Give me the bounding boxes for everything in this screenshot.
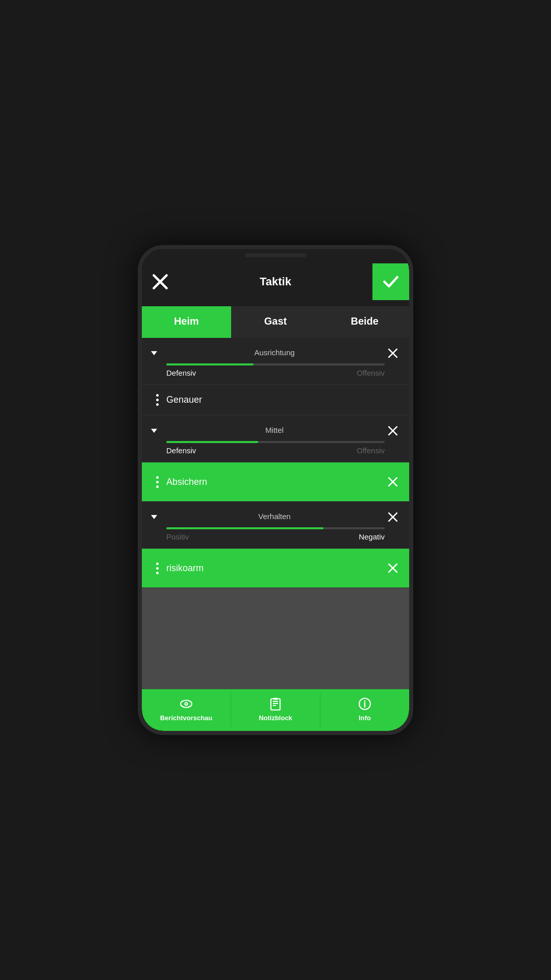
slider-labels-ausrichtung: Defensiv Offensiv	[166, 369, 385, 377]
svg-rect-22	[273, 698, 278, 700]
nav-notizblock[interactable]: Notizblock	[231, 690, 320, 731]
tab-gast[interactable]: Gast	[231, 306, 320, 338]
eye-icon	[179, 697, 193, 711]
slider-fill-mittel	[166, 441, 258, 443]
slider-fill-verhalten	[166, 527, 323, 529]
slider-toggle-verhalten[interactable]	[142, 513, 166, 521]
svg-point-25	[364, 700, 366, 702]
slider-track-verhalten[interactable]	[166, 527, 385, 529]
svg-point-17	[186, 703, 187, 705]
content-area: Ausrichtung Defensiv Of	[142, 338, 409, 689]
svg-rect-18	[271, 699, 280, 710]
header: Taktik	[142, 257, 409, 306]
close-button[interactable]	[142, 263, 179, 300]
slider-track-mittel[interactable]	[166, 441, 385, 443]
slider-close-ausrichtung[interactable]	[383, 343, 403, 363]
dot	[156, 562, 159, 565]
slider-title-verhalten: Verhalten	[166, 512, 383, 521]
dot	[156, 481, 159, 483]
slider-fill-ausrichtung	[166, 363, 254, 365]
nav-info[interactable]: Info	[320, 690, 409, 731]
dot	[156, 572, 159, 574]
item-risikoarm: risikoarm	[142, 549, 409, 588]
svg-marker-2	[151, 351, 157, 355]
slider-close-verhalten[interactable]	[383, 507, 403, 527]
slider-labels-verhalten: Positiv Negativ	[166, 532, 385, 541]
slider-label-right-mittel: Offensiv	[357, 446, 385, 455]
info-circle-icon	[358, 697, 372, 711]
confirm-button[interactable]	[372, 263, 409, 300]
nav-label-notizblock: Notizblock	[259, 714, 292, 722]
slider-verhalten: Verhalten Positiv Negat	[142, 502, 409, 549]
item-close-absichern[interactable]	[383, 472, 403, 492]
slider-ausrichtung: Ausrichtung Defensiv Of	[142, 338, 409, 385]
item-label-risikoarm: risikoarm	[166, 563, 383, 574]
slider-label-left-verhalten: Positiv	[166, 532, 189, 541]
dot	[156, 476, 159, 479]
slider-title-mittel: Mittel	[166, 426, 383, 434]
tab-beide[interactable]: Beide	[320, 306, 409, 338]
slider-label-left-ausrichtung: Defensiv	[166, 369, 196, 377]
notepad-icon	[268, 697, 283, 711]
drag-handle-genauer[interactable]	[148, 394, 166, 406]
page-title: Taktik	[179, 275, 372, 288]
slider-toggle-mittel[interactable]	[142, 427, 166, 435]
tab-bar: Heim Gast Beide	[142, 306, 409, 338]
slider-label-right-verhalten: Negativ	[359, 532, 385, 541]
slider-toggle-ausrichtung[interactable]	[142, 349, 166, 357]
slider-label-left-mittel: Defensiv	[166, 446, 196, 455]
dot	[156, 399, 159, 401]
nav-label-berichtvorschau: Berichtvorschau	[160, 714, 213, 722]
drag-handle-risikoarm[interactable]	[148, 562, 166, 574]
bottom-nav: Berichtvorschau Notizblock	[142, 689, 409, 731]
svg-marker-10	[151, 515, 157, 519]
dot	[156, 394, 159, 397]
drag-handle-absichern[interactable]	[148, 476, 166, 488]
dot	[156, 403, 159, 406]
item-close-risikoarm[interactable]	[383, 558, 403, 578]
slider-mittel: Mittel Defensiv Offensi	[142, 415, 409, 462]
nav-label-info: Info	[359, 714, 371, 722]
item-genauer: Genauer	[142, 385, 409, 415]
empty-content-area	[142, 588, 409, 689]
slider-title-ausrichtung: Ausrichtung	[166, 348, 383, 357]
slider-track-ausrichtung[interactable]	[166, 363, 385, 365]
tab-heim[interactable]: Heim	[142, 306, 231, 338]
dot	[156, 485, 159, 488]
item-label-absichern: Absichern	[166, 477, 383, 487]
nav-berichtvorschau[interactable]: Berichtvorschau	[142, 690, 231, 731]
svg-marker-5	[151, 429, 157, 433]
item-label-genauer: Genauer	[166, 395, 403, 405]
item-absichern: Absichern	[142, 462, 409, 502]
slider-close-mittel[interactable]	[383, 421, 403, 441]
slider-label-right-ausrichtung: Offensiv	[357, 369, 385, 377]
dot	[156, 567, 159, 570]
slider-labels-mittel: Defensiv Offensiv	[166, 446, 385, 455]
